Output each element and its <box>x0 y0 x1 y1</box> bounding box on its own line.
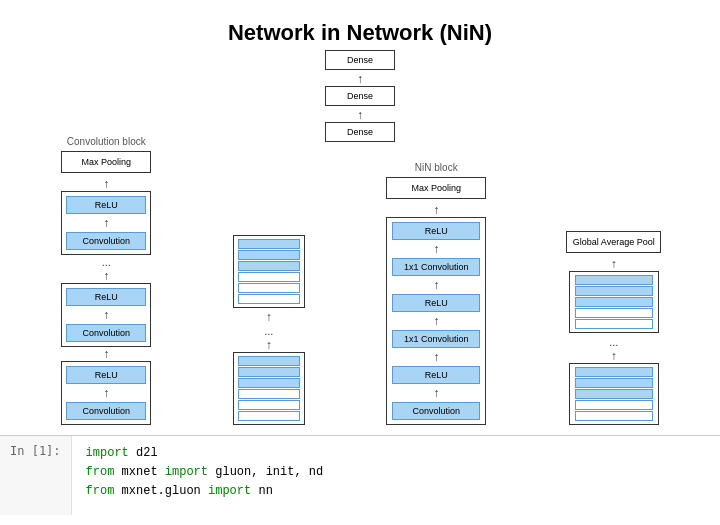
code-line-3: from mxnet.gluon import nn <box>86 482 706 501</box>
code-area: In [1]: import d2l from mxnet import glu… <box>0 435 720 515</box>
arrow-mini-1 <box>266 310 272 324</box>
conv1x1-nin-1: 1x1 Convolution <box>392 258 480 276</box>
code-block: import d2l from mxnet import gluon, init… <box>72 436 720 515</box>
arrow-dense-1 <box>357 108 363 122</box>
col-mini-blocks: ... <box>229 235 309 425</box>
mini-white-3 <box>238 294 300 304</box>
conv1x1-nin-2: 1x1 Convolution <box>392 330 480 348</box>
code-line-1: import d2l <box>86 444 706 463</box>
mini-white-bot-1 <box>238 389 300 399</box>
mini-white-1 <box>238 272 300 282</box>
arrow-col1-relu-bot <box>103 386 109 400</box>
maxpool-box-2: Max Pooling <box>386 177 486 199</box>
dense-column: Dense Dense Dense <box>325 50 395 144</box>
arrow-nin-1 <box>433 242 439 256</box>
arrow-col3-top <box>433 203 439 217</box>
mini-white-bot-2 <box>238 400 300 410</box>
mini-white-2 <box>238 283 300 293</box>
gap-blue-3 <box>575 297 653 307</box>
gap-white-1 <box>575 308 653 318</box>
gap-blue-bot-2 <box>575 378 653 388</box>
dots-col4: ... <box>609 335 618 349</box>
main-container: Network in Network (NiN) Dense Dense Den… <box>0 0 720 515</box>
dense-box-mid: Dense <box>325 86 395 106</box>
mini-blue-bot-1 <box>238 356 300 366</box>
nin-block-col1-bot: ReLU Convolution <box>61 361 151 425</box>
mini-blue-bot-2 <box>238 367 300 377</box>
diagram-area: Network in Network (NiN) Dense Dense Den… <box>0 0 720 435</box>
arrow-nin-2 <box>433 278 439 292</box>
mini-blue-2 <box>238 250 300 260</box>
gap-white-bot-2 <box>575 411 653 421</box>
arrow-nin-4 <box>433 350 439 364</box>
gap-white-2 <box>575 319 653 329</box>
nin-inner-block: ReLU 1x1 Convolution ReLU 1x1 Convolutio… <box>386 217 486 425</box>
conv-col1-final: Convolution <box>66 402 146 420</box>
arrow-mini-2 <box>266 338 272 352</box>
relu-col1-bot: ReLU <box>66 366 146 384</box>
gap-block-bot <box>569 363 659 425</box>
dots-mini: ... <box>264 324 273 338</box>
conv-col1-mid: Convolution <box>66 324 146 342</box>
arrow-col1-mid <box>103 269 109 283</box>
cell-label: In [1]: <box>0 436 72 515</box>
relu-col1-mid: ReLU <box>66 288 146 306</box>
dense-box-top: Dense <box>325 50 395 70</box>
mini-block-bot <box>233 352 305 425</box>
arrow-col1-bot <box>103 347 109 361</box>
columns-container: Convolution block Max Pooling ReLU Convo… <box>0 136 720 425</box>
arrow-nin-5 <box>433 386 439 400</box>
arrow-col4-bot <box>611 349 617 363</box>
gap-blue-bot-3 <box>575 389 653 399</box>
col-nin-block: NiN block Max Pooling ReLU 1x1 Convoluti… <box>381 162 491 425</box>
relu-nin-mid: ReLU <box>392 294 480 312</box>
mini-blue-bot-3 <box>238 378 300 388</box>
diagram-title: Network in Network (NiN) <box>30 20 690 46</box>
relu-nin-top: ReLU <box>392 222 480 240</box>
arrow-col1-top <box>103 177 109 191</box>
global-avg-pool-box: Global Average Pool <box>566 231 661 253</box>
conv-col1-top: Convolution <box>66 232 146 250</box>
arrow-nin-3 <box>433 314 439 328</box>
col1-label: Convolution block <box>67 136 146 147</box>
maxpool-box-1: Max Pooling <box>61 151 151 173</box>
gap-white-bot-1 <box>575 400 653 410</box>
gap-blue-1 <box>575 275 653 285</box>
mini-white-bot-3 <box>238 411 300 421</box>
dots-col1: ... <box>102 255 111 269</box>
conv-nin-bot: Convolution <box>392 402 480 420</box>
nin-block-col1-top: ReLU Convolution <box>61 191 151 255</box>
relu-nin-bot: ReLU <box>392 366 480 384</box>
mini-block-top <box>233 235 305 308</box>
relu-col1-top: ReLU <box>66 196 146 214</box>
gap-blue-2 <box>575 286 653 296</box>
mini-blue-3 <box>238 261 300 271</box>
arrow-col1-relu-top <box>103 216 109 230</box>
col-global-avg: Global Average Pool ... <box>564 231 664 425</box>
col-convolution-block: Convolution block Max Pooling ReLU Convo… <box>56 136 156 425</box>
nin-block-col1-mid: ReLU Convolution <box>61 283 151 347</box>
arrow-dense-2 <box>357 72 363 86</box>
gap-blue-bot-1 <box>575 367 653 377</box>
mini-blue-1 <box>238 239 300 249</box>
gap-block-top <box>569 271 659 333</box>
arrow-col4-top <box>611 257 617 271</box>
arrow-col1-relu-mid <box>103 308 109 322</box>
code-line-2: from mxnet import gluon, init, nd <box>86 463 706 482</box>
col3-label: NiN block <box>415 162 458 173</box>
